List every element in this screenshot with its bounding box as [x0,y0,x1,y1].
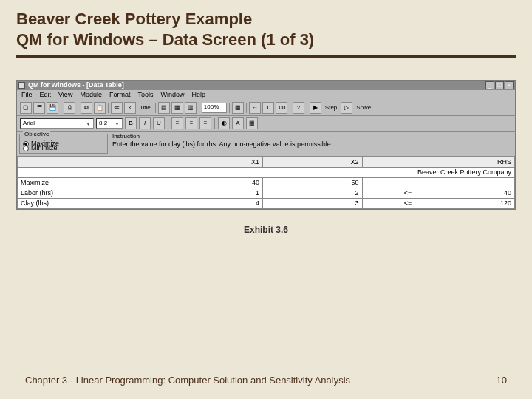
cell[interactable]: 40 [163,178,263,188]
close-button[interactable]: × [505,81,514,89]
cell[interactable] [362,178,415,188]
align-right-icon[interactable]: ≡ [200,117,211,129]
menu-edit[interactable]: Edit [40,92,52,98]
title-line1: Beaver Creek Pottery Example [16,10,252,28]
objective-group: Objective Maximize Minimize [19,134,108,154]
row-label[interactable]: Maximize [18,178,163,188]
menu-module[interactable]: Module [80,92,102,98]
footer-page: 10 [497,375,507,386]
help-icon[interactable]: ? [293,102,304,114]
menu-tools[interactable]: Tools [137,92,153,98]
fontsize-combo[interactable]: 8.2▼ [96,118,123,129]
cell[interactable] [415,178,515,188]
cell[interactable]: 120 [415,199,515,209]
fill-color-icon[interactable]: ◐ [218,117,230,129]
col-blank [18,157,163,168]
cell[interactable]: 2 [263,188,363,199]
paste-icon[interactable]: 📋 [94,102,106,114]
window-title: QM for Windows - [Data Table] [28,82,485,89]
minimize-button[interactable]: _ [485,81,494,89]
cell[interactable]: 4 [163,199,263,209]
radio-minimize[interactable]: Minimize [23,145,104,151]
objective-group-label: Objective [23,131,50,137]
grid-title: Beaver Creek Pottery Company [18,168,515,178]
menu-format[interactable]: Format [109,92,131,98]
step-label[interactable]: Step [323,105,339,111]
cell[interactable]: 50 [263,178,363,188]
cell[interactable]: 1 [163,188,263,199]
instruction-group: Instruction Enter the value for clay (lb… [112,134,513,154]
title-line2: QM for Windows – Data Screen (1 of 3) [16,30,314,49]
menu-window[interactable]: Window [160,92,184,98]
data-grid[interactable]: Beaver Creek Pottery Company X1 X2 RHS M… [17,157,515,209]
cell[interactable]: 40 [415,188,515,199]
exhibit-caption: Exhibit 3.6 [0,225,532,235]
italic-button[interactable]: I [139,117,151,129]
table-icon[interactable]: ▦ [232,102,244,114]
zoom-combo[interactable]: 100% [202,103,227,113]
cell[interactable]: <= [362,199,415,209]
bold-button[interactable]: B [125,117,137,129]
app-screenshot: QM for Windows - [Data Table] _ □ × File… [16,80,516,210]
new-icon[interactable]: ▢ [20,102,32,114]
solve-icon[interactable]: ▷ [341,102,352,114]
col-x2: X2 [263,157,363,168]
autosize-icon[interactable]: ↔ [249,102,261,114]
cell[interactable]: <= [362,188,415,199]
main-toolbar: ▢ ☰ 💾 ⎙ ⧉ 📋 ≪ ‹ Title ▤ ▦ ▥ 100% ▦ ↔ .0 … [17,100,515,116]
save-icon[interactable]: 💾 [47,102,58,114]
menubar: File Edit View Module Format Tools Windo… [17,90,515,100]
titlebar: QM for Windows - [Data Table] _ □ × [17,81,515,90]
first-icon[interactable]: ≪ [111,102,123,114]
decimal-icon[interactable]: .0 [262,102,274,114]
instruction-text: Enter the value for clay (lbs) for rhs. … [112,141,513,148]
cascade-icon[interactable]: ▤ [158,102,170,114]
table-row[interactable]: Labor (hrs) 1 2 <= 40 [18,188,515,199]
row-label[interactable]: Clay (lbs) [18,199,163,209]
slide-footer: Chapter 3 - Linear Programming: Computer… [0,375,532,386]
solve-label[interactable]: Solve [354,105,373,111]
tile-icon[interactable]: ▦ [171,102,183,114]
copy-icon[interactable]: ⧉ [81,102,92,114]
app-icon [18,82,25,89]
print-icon[interactable]: ⎙ [64,102,75,114]
font-combo[interactable]: Arial▼ [20,118,94,129]
footer-left: Chapter 3 - Linear Programming: Computer… [25,375,350,386]
col-rel [362,157,415,168]
align-center-icon[interactable]: ≡ [185,117,197,129]
radio-min-label: Minimize [31,145,58,151]
options-row: Objective Maximize Minimize Instruction … [17,132,515,157]
cell[interactable]: 3 [263,199,363,209]
menu-file[interactable]: File [21,92,33,98]
open-icon[interactable]: ☰ [33,102,45,114]
prev-icon[interactable]: ‹ [124,102,136,114]
menu-view[interactable]: View [58,92,72,98]
grid-header-row: X1 X2 RHS [18,157,515,168]
col-rhs: RHS [415,157,515,168]
align-left-icon[interactable]: ≡ [171,117,183,129]
maximize-button[interactable]: □ [495,81,504,89]
title-label: Title [137,105,153,111]
table-row[interactable]: Maximize 40 50 [18,178,515,188]
font-color-icon[interactable]: A [232,117,244,129]
border-icon[interactable]: ▦ [246,117,258,129]
table-row[interactable]: Clay (lbs) 4 3 <= 120 [18,199,515,209]
format-toolbar: Arial▼ 8.2▼ B I U ≡ ≡ ≡ ◐ A ▦ [17,116,515,132]
arrange-icon[interactable]: ▥ [185,102,197,114]
title-rule [16,55,516,58]
underline-button[interactable]: U [153,117,165,129]
instruction-group-label: Instruction [112,134,513,140]
col-x1: X1 [163,157,263,168]
radio-icon [23,146,29,151]
slide-title: Beaver Creek Pottery Example QM for Wind… [0,0,532,54]
step-icon[interactable]: ▶ [310,102,321,114]
row-label[interactable]: Labor (hrs) [18,188,163,199]
menu-help[interactable]: Help [191,92,205,98]
decimal2-icon[interactable]: .00 [276,102,287,114]
